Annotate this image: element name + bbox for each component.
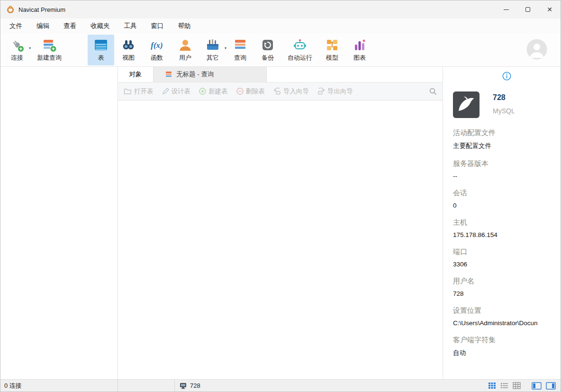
prop-value: 自动 bbox=[453, 349, 561, 357]
toolbar-item-label: 用户 bbox=[179, 54, 191, 62]
tab-bar: 对象 无标题 - 查询 bbox=[118, 67, 443, 82]
prop-label: 会话 bbox=[453, 189, 561, 198]
close-button[interactable]: ✕ bbox=[539, 0, 561, 18]
toolbar-item-query[interactable]: 查询 bbox=[227, 35, 253, 65]
minimize-button[interactable] bbox=[495, 0, 517, 18]
export-wizard-button[interactable]: 导出向导 bbox=[317, 87, 353, 96]
toolbar-item-others[interactable]: ▾ 其它 bbox=[199, 35, 226, 65]
menu-view[interactable]: 查看 bbox=[56, 19, 83, 33]
object-toolbar: 打开表 设计表 bbox=[118, 82, 443, 100]
main-toolbar: ▾ 连接 新建查询 bbox=[0, 34, 561, 67]
prop-value: -- bbox=[453, 173, 561, 180]
toolbar-item-label: 连接 bbox=[11, 54, 23, 62]
prop-label: 服务器版本 bbox=[453, 159, 561, 168]
toolbar-item-users[interactable]: 用户 bbox=[172, 35, 199, 65]
center-pane: 对象 无标题 - 查询 bbox=[118, 67, 443, 379]
toolbar-item-label: 新建查询 bbox=[37, 54, 62, 62]
connections-sidebar[interactable] bbox=[0, 67, 118, 379]
pencil-icon bbox=[162, 88, 169, 95]
objects-list-area[interactable] bbox=[118, 100, 443, 379]
toolbar-item-views[interactable]: 视图 bbox=[115, 35, 142, 65]
tab-untitled-query[interactable]: 无标题 - 查询 bbox=[153, 67, 267, 82]
toolbar-item-automation[interactable]: 自动运行 bbox=[282, 35, 318, 65]
menu-window[interactable]: 窗口 bbox=[144, 19, 171, 33]
prop-value: 0 bbox=[453, 202, 561, 209]
design-table-button[interactable]: 设计表 bbox=[162, 87, 191, 96]
search-button[interactable] bbox=[429, 88, 437, 95]
button-label: 删除表 bbox=[246, 87, 265, 96]
connection-info-panel: 728 MySQL 活动配置文件 主要配置文件 服务器版本 -- 会话 0 bbox=[443, 67, 561, 379]
prop-label: 设置位置 bbox=[453, 306, 561, 315]
menu-favorites[interactable]: 收藏夹 bbox=[83, 19, 117, 33]
toggle-left-pane-icon[interactable] bbox=[532, 382, 542, 390]
mysql-logo-icon bbox=[453, 91, 480, 119]
main-area: 对象 无标题 - 查询 bbox=[0, 67, 561, 379]
prop-sessions: 会话 0 bbox=[453, 189, 561, 209]
detail-view-icon[interactable] bbox=[513, 382, 521, 389]
prop-value: 728 bbox=[453, 290, 561, 297]
prop-settings-location: 设置位置 C:\Users\Administrator\Docun bbox=[453, 306, 561, 327]
new-table-button[interactable]: 新建表 bbox=[199, 87, 228, 96]
status-server-name: 728 bbox=[190, 382, 200, 389]
toggle-right-pane-icon[interactable] bbox=[546, 382, 556, 390]
toolbar-item-label: 其它 bbox=[207, 54, 219, 62]
toolbar-item-label: 备份 bbox=[262, 54, 274, 62]
user-account-button[interactable] bbox=[526, 39, 547, 61]
minus-circle-icon bbox=[236, 88, 244, 95]
prop-label: 活动配置文件 bbox=[453, 128, 561, 137]
navicat-window: Navicat Premium ✕ 文件 编辑 查看 收藏夹 工具 窗口 帮助 bbox=[0, 0, 561, 392]
toolbar-item-charts[interactable]: 图表 bbox=[346, 35, 373, 65]
toolbar-item-label: 视图 bbox=[122, 54, 135, 62]
model-icon bbox=[325, 37, 340, 53]
button-label: 设计表 bbox=[172, 87, 191, 96]
prop-port: 端口 3306 bbox=[453, 247, 561, 268]
grid-view-icon[interactable] bbox=[488, 382, 496, 389]
connection-dbms: MySQL bbox=[493, 107, 515, 115]
table-icon bbox=[93, 37, 109, 53]
connection-name: 728 bbox=[493, 93, 515, 102]
tab-objects[interactable]: 对象 bbox=[118, 67, 153, 82]
prop-value: 主要配置文件 bbox=[453, 142, 561, 150]
button-label: 导入向导 bbox=[283, 87, 309, 96]
new-query-icon bbox=[42, 37, 57, 53]
backup-icon bbox=[260, 37, 275, 53]
navicat-logo-icon bbox=[6, 5, 15, 14]
button-label: 新建表 bbox=[208, 87, 228, 96]
status-bar: 0 连接 728 bbox=[0, 379, 561, 392]
chevron-down-icon[interactable]: ▾ bbox=[29, 46, 31, 50]
menu-help[interactable]: 帮助 bbox=[171, 19, 198, 33]
prop-label: 客户端字符集 bbox=[453, 336, 561, 345]
menu-tools[interactable]: 工具 bbox=[117, 19, 144, 33]
toolbar-item-connection[interactable]: ▾ 连接 bbox=[4, 35, 30, 65]
prop-value: 3306 bbox=[453, 261, 561, 268]
chevron-down-icon[interactable]: ▾ bbox=[225, 46, 226, 50]
maximize-icon bbox=[525, 7, 530, 12]
toolbar-item-new-query[interactable]: 新建查询 bbox=[31, 35, 67, 65]
folder-open-icon bbox=[124, 88, 132, 95]
server-card: 728 MySQL bbox=[453, 91, 561, 119]
toolbar-item-functions[interactable]: f(x) 函数 bbox=[143, 35, 171, 65]
prop-host: 主机 175.178.86.154 bbox=[453, 218, 561, 238]
charts-icon bbox=[352, 37, 367, 53]
import-wizard-button[interactable]: 导入向导 bbox=[273, 87, 309, 96]
menu-file[interactable]: 文件 bbox=[2, 19, 29, 33]
prop-value: C:\Users\Administrator\Docun bbox=[453, 319, 561, 327]
toolbar-item-backup[interactable]: 备份 bbox=[254, 35, 281, 65]
svg-text:f(x): f(x) bbox=[151, 41, 163, 50]
button-label: 打开表 bbox=[134, 87, 154, 96]
connections-count: 0 连接 bbox=[4, 382, 22, 390]
toolbar-item-tables[interactable]: 表 bbox=[88, 35, 114, 65]
server-icon bbox=[180, 383, 187, 389]
status-connections: 0 连接 bbox=[0, 380, 118, 392]
toolbar-item-model[interactable]: 模型 bbox=[319, 35, 345, 65]
menu-edit[interactable]: 编辑 bbox=[29, 19, 56, 33]
open-table-button[interactable]: 打开表 bbox=[124, 87, 154, 96]
export-icon bbox=[317, 88, 325, 95]
prop-label: 用户名 bbox=[453, 277, 561, 286]
list-view-icon[interactable] bbox=[500, 382, 508, 389]
prop-server-version: 服务器版本 -- bbox=[453, 159, 561, 180]
toolbar-item-label: 自动运行 bbox=[288, 54, 312, 62]
info-icon[interactable] bbox=[502, 72, 511, 82]
maximize-button[interactable] bbox=[517, 0, 539, 18]
delete-table-button[interactable]: 删除表 bbox=[236, 87, 265, 96]
